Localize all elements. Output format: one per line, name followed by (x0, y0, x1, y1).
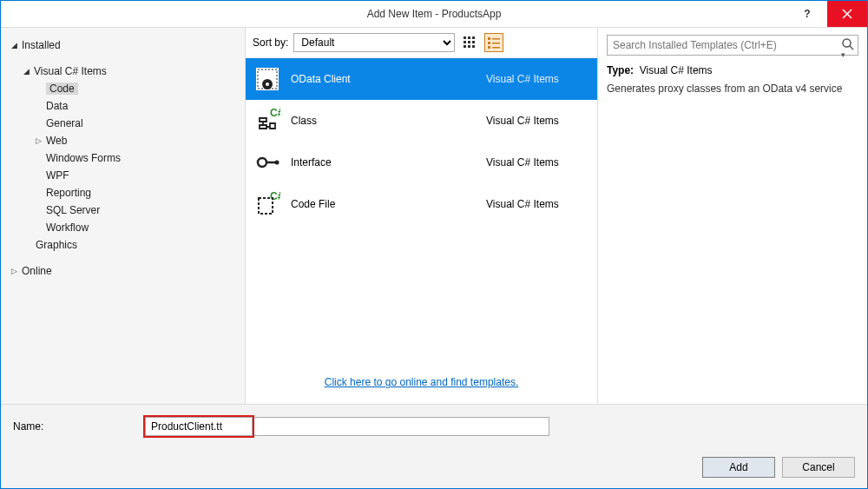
close-button[interactable] (827, 1, 867, 27)
svg-rect-13 (488, 46, 490, 49)
list-icon (487, 36, 501, 50)
tree-online[interactable]: ▷ Online (6, 262, 240, 280)
svg-rect-9 (488, 37, 490, 40)
list-view-button[interactable] (484, 33, 503, 52)
svg-rect-3 (464, 41, 466, 43)
svg-rect-12 (492, 43, 500, 44)
template-category: Visual C# Items (486, 73, 590, 85)
svg-rect-8 (472, 45, 475, 48)
svg-rect-2 (472, 36, 475, 39)
sort-label: Sort by: (253, 36, 288, 49)
tree-winforms[interactable]: Windows Forms (6, 149, 240, 167)
svg-rect-10 (492, 38, 500, 40)
svg-text:C#: C# (270, 191, 280, 202)
content-area: ◢ Installed ◢ Visual C# Items Code Data … (1, 27, 867, 404)
close-icon (842, 9, 852, 19)
svg-text:C#: C# (270, 108, 280, 119)
tree-workflow[interactable]: Workflow (6, 219, 240, 236)
dialog-buttons: Add Cancel (13, 457, 855, 478)
name-input-extension[interactable] (254, 417, 549, 436)
sort-dropdown[interactable]: Default (293, 33, 455, 52)
category-tree: ◢ Installed ◢ Visual C# Items Code Data … (1, 28, 246, 404)
template-label: Interface (291, 156, 486, 169)
cancel-button[interactable]: Cancel (782, 457, 855, 478)
template-label: OData Client (291, 73, 486, 85)
chevron-down-icon: ▾ (841, 50, 845, 59)
online-templates-link[interactable]: Click here to go online and find templat… (325, 376, 518, 388)
details-panel: ▾ Type: Visual C# Items Generates proxy … (598, 28, 867, 404)
codefile-icon: C# (253, 189, 282, 219)
interface-icon (253, 148, 282, 177)
type-value: Visual C# Items (640, 64, 713, 76)
window-title: Add New Item - ProductsApp (1, 8, 867, 20)
search-wrapper: ▾ (607, 35, 858, 56)
template-label: Code File (291, 198, 486, 210)
collapse-icon: ▷ (11, 267, 22, 275)
tree-code[interactable]: Code (6, 80, 240, 97)
tree-reporting[interactable]: Reporting (6, 184, 240, 202)
help-button[interactable]: ? (787, 1, 827, 27)
tree-web[interactable]: ▷ Web (6, 132, 240, 149)
svg-line-26 (850, 46, 853, 50)
tree-sqlserver[interactable]: SQL Server (6, 202, 240, 219)
online-templates-link-row: Click here to go online and find templat… (246, 364, 597, 404)
svg-rect-0 (464, 36, 466, 39)
template-category: Visual C# Items (486, 115, 590, 127)
svg-rect-7 (468, 45, 470, 48)
dialog-window: Add New Item - ProductsApp ? ◢ Installed… (0, 0, 868, 489)
name-input[interactable] (145, 417, 253, 436)
svg-rect-14 (492, 47, 500, 49)
window-controls: ? (787, 1, 867, 27)
title-bar: Add New Item - ProductsApp ? (1, 1, 867, 27)
template-odata-client[interactable]: OData Client Visual C# Items (246, 58, 597, 100)
tree-wpf[interactable]: WPF (6, 167, 240, 184)
svg-point-22 (275, 161, 279, 165)
sort-toolbar: Sort by: Default (246, 28, 597, 58)
expand-icon: ◢ (23, 67, 34, 76)
svg-rect-11 (488, 42, 490, 44)
add-button[interactable]: Add (702, 457, 775, 478)
svg-rect-1 (468, 36, 470, 39)
template-codefile[interactable]: C# Code File Visual C# Items (246, 183, 597, 225)
bottom-bar: Name: Add Cancel (1, 404, 867, 488)
svg-rect-4 (468, 41, 470, 43)
svg-point-20 (258, 158, 266, 167)
svg-point-25 (843, 39, 851, 47)
tree-data[interactable]: Data (6, 97, 240, 115)
svg-point-18 (266, 83, 269, 86)
tree-installed[interactable]: ◢ Installed (6, 36, 240, 54)
template-interface[interactable]: Interface Visual C# Items (246, 142, 597, 183)
highlight-box (143, 415, 254, 438)
search-icon[interactable]: ▾ (841, 37, 855, 63)
collapse-icon: ▷ (36, 136, 46, 145)
expand-icon: ◢ (11, 41, 22, 50)
template-category: Visual C# Items (486, 198, 590, 210)
svg-rect-5 (472, 41, 475, 43)
template-label: Class (291, 115, 486, 127)
template-list: OData Client Visual C# Items C# Class Vi… (246, 58, 597, 364)
odata-client-icon (253, 64, 282, 94)
grid-small-icon (463, 36, 477, 50)
template-detail: Type: Visual C# Items Generates proxy cl… (607, 64, 858, 96)
template-list-panel: Sort by: Default (246, 28, 598, 404)
search-input[interactable] (607, 35, 858, 56)
small-icons-button[interactable] (460, 33, 479, 52)
type-label: Type: (607, 64, 634, 76)
template-category: Visual C# Items (486, 156, 590, 169)
class-icon: C# (253, 106, 282, 135)
name-label: Name: (13, 420, 143, 433)
template-class[interactable]: C# Class Visual C# Items (246, 100, 597, 142)
tree-graphics[interactable]: Graphics (6, 236, 240, 254)
tree-general[interactable]: General (6, 115, 240, 132)
type-row: Type: Visual C# Items (607, 64, 858, 76)
name-row: Name: (13, 415, 855, 438)
svg-rect-6 (464, 45, 466, 48)
template-description: Generates proxy classes from an OData v4… (607, 82, 858, 96)
tree-csharp-items[interactable]: ◢ Visual C# Items (6, 63, 240, 80)
